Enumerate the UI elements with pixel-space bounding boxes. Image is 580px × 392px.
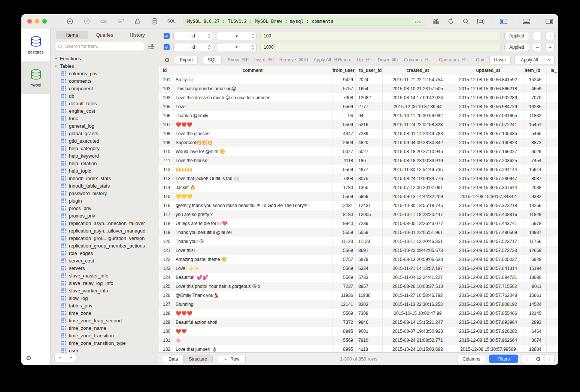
cell-is_[interactable] [547, 174, 558, 183]
cell-to_user_id[interactable]: 5969 [356, 192, 383, 201]
cell-created_at[interactable]: 2015-10-22 09:42:05.573 [383, 246, 453, 255]
sidebar-table-item[interactable]: comments [51, 77, 159, 85]
cell-to_user_id[interactable]: 7308 [356, 309, 383, 318]
column-header-updated_at[interactable]: updated_at [453, 66, 523, 75]
cell-from_user_id[interactable]: 8995 [332, 345, 356, 352]
cell-from_user_id[interactable]: 5569 [332, 273, 356, 282]
cell-from_user_id[interactable]: 7237 [332, 282, 356, 291]
cell-is_[interactable] [547, 255, 558, 264]
column-header-id[interactable]: id [159, 66, 173, 75]
cell-created_at[interactable]: 2015-08-26 16:03:27.513 [383, 282, 453, 291]
cell-item_id[interactable]: 6029 [523, 147, 547, 156]
search-field[interactable] [55, 42, 145, 51]
add-filter-button[interactable]: + [546, 43, 555, 51]
cell-is_[interactable] [547, 228, 558, 237]
sidebar-table-item[interactable]: general_log [51, 122, 159, 130]
column-header-from_user_id[interactable]: from_user_id [332, 66, 356, 75]
cell-to_user_id[interactable]: 7910 [356, 336, 383, 345]
applied-button[interactable]: Applied [504, 32, 529, 40]
cell-id[interactable]: 128 [159, 309, 173, 318]
column-header-to_user_id[interactable]: to_user_id [356, 66, 383, 75]
prev-page-button[interactable]: ‹ [522, 355, 532, 363]
cell-id[interactable]: 119 [159, 228, 173, 237]
cell-is_[interactable] [547, 183, 558, 192]
cell-id[interactable]: 101 [159, 75, 173, 84]
cell-created_at[interactable]: 2015-09-04 09:28:30.842 [383, 138, 453, 147]
cell-updated_at[interactable]: 2015-12-08 15:30:57.072241 [453, 120, 523, 129]
cell-updated_at[interactable]: 2015-12-08 15:30:57.684731 [453, 273, 523, 282]
cell-from_user_id[interactable]: 5569 [332, 264, 356, 273]
sidebar-table-item[interactable]: component [51, 85, 159, 92]
cell-to_user_id[interactable]: 7239 [356, 219, 383, 228]
table-row[interactable]: 111Love the blouse!41181862015-08-18 23:… [159, 156, 558, 165]
cell-item_id[interactable]: 11756 [523, 237, 547, 246]
cell-id[interactable]: 113 [159, 174, 173, 183]
cell-updated_at[interactable]: 2015-12-08 15:30:57.641314 [453, 264, 523, 273]
sidebar-table-item[interactable]: plugin [51, 197, 159, 204]
cell-to_user_id[interactable]: 186 [356, 156, 383, 165]
cell-is_[interactable] [547, 138, 558, 147]
cell-updated_at[interactable]: 2015-12-08 15:30:57.573733 [453, 246, 523, 255]
cell-created_at[interactable]: 2015-08-14 15:15:21.247 [383, 318, 453, 327]
cell-is_[interactable] [547, 318, 558, 327]
cell-item_id[interactable]: 12884 [523, 345, 547, 352]
cell-comment[interactable]: ❤️❤️ [173, 327, 332, 336]
sidebar-table-item[interactable]: func [51, 115, 159, 122]
cell-from_user_id[interactable]: 5757 [332, 255, 356, 264]
cell-comment[interactable]: @emily thank you soooo much beautiful!!!… [173, 201, 332, 210]
cell-to_user_id[interactable]: 1365 [356, 183, 383, 192]
remove-filter-button[interactable]: − [533, 32, 542, 40]
cell-from_user_id[interactable]: 5569 [332, 192, 356, 201]
tab-history[interactable]: History [121, 31, 154, 39]
cell-from_user_id[interactable]: 12431 [332, 201, 356, 210]
add-filter-button[interactable]: + [546, 32, 555, 40]
cell-to_user_id[interactable]: 7239 [356, 129, 383, 138]
cell-updated_at[interactable]: 2015-12-08 15:30:57.307644 [453, 183, 523, 192]
table-row[interactable]: 123Love! ✨✨556963342015-11-21 14:13:57.1… [159, 264, 558, 273]
sidebar-table-item[interactable]: engine_cost [51, 107, 159, 115]
cell-updated_at[interactable]: 2015-12-08 15:30:57.031655 [453, 111, 523, 120]
table-row[interactable]: 113Love that jacket! Outfit is fab 🙌🏻730… [159, 174, 558, 183]
cell-id[interactable]: 126 [159, 291, 173, 300]
sidebar-table-item[interactable]: innodb_table_stats [51, 182, 159, 189]
filter-value-input[interactable] [260, 32, 501, 40]
table-row[interactable]: 126@Emily Thank you💃🏽11936119362015-11-2… [159, 291, 558, 300]
cell-item_id[interactable]: 6929 [523, 255, 547, 264]
cell-to_user_id[interactable]: 2777 [356, 102, 383, 111]
table-row[interactable]: 114Jacket 🔥178013652015-07-12 06:20:07.0… [159, 183, 558, 192]
data-view-button[interactable]: Data [163, 355, 183, 363]
cell-comment[interactable]: Love that jumper! 👌🏽 [173, 345, 332, 352]
gear-icon[interactable]: ⚙ [26, 355, 31, 361]
sidebar-table-item[interactable]: innodb_index_stats [51, 174, 159, 182]
table-row[interactable]: 128❤️❤️❤️556973082015-10-15 10:02:47.992… [159, 309, 558, 318]
cell-comment[interactable]: @Emily Thank you💃🏽 [173, 291, 332, 300]
cell-id[interactable]: 132 [159, 345, 173, 352]
cell-id[interactable]: 108 [159, 129, 173, 138]
cell-item_id[interactable]: 7454 [523, 156, 547, 165]
column-header-comment[interactable]: comment [173, 66, 332, 75]
cell-id[interactable]: 116 [159, 201, 173, 210]
cell-is_[interactable] [547, 201, 558, 210]
cell-from_user_id[interactable]: 94 [332, 111, 356, 120]
list-upload-icon[interactable] [117, 18, 124, 25]
search-input[interactable] [64, 43, 142, 49]
cell-id[interactable]: 109 [159, 138, 173, 147]
filter-value-input[interactable] [260, 43, 501, 51]
cell-item_id[interactable]: 11832 [523, 111, 547, 120]
cell-item_id[interactable]: 13680 [523, 273, 547, 282]
cell-item_id[interactable]: 12145 [523, 309, 547, 318]
cell-created_at[interactable]: 2015-08-24 21:08:52.771 [383, 336, 453, 345]
cell-created_at[interactable]: 2015-10-11 18:28:20.447 [383, 210, 453, 219]
cell-item_id[interactable]: 8037 [523, 174, 547, 183]
sidebar-table-item[interactable]: time_zone_leap_second [51, 317, 159, 324]
cell-is_[interactable] [547, 336, 558, 345]
cell-item_id[interactable]: 15914 [523, 165, 547, 174]
cell-updated_at[interactable]: 2015-12-08 15:30:57.762048 [453, 291, 523, 300]
cell-comment[interactable]: Would love to! @mith 😬 [173, 147, 332, 156]
sidebar-table-item[interactable]: time_zone_transition [51, 332, 159, 339]
cell-is_[interactable] [547, 102, 558, 111]
filter-column-select[interactable]: id [173, 32, 213, 40]
cell-to_user_id[interactable]: 4820 [356, 138, 383, 147]
sql-button[interactable]: SQL [203, 56, 222, 64]
cell-created_at[interactable]: 2015-11-21 14:13:57.187 [383, 264, 453, 273]
